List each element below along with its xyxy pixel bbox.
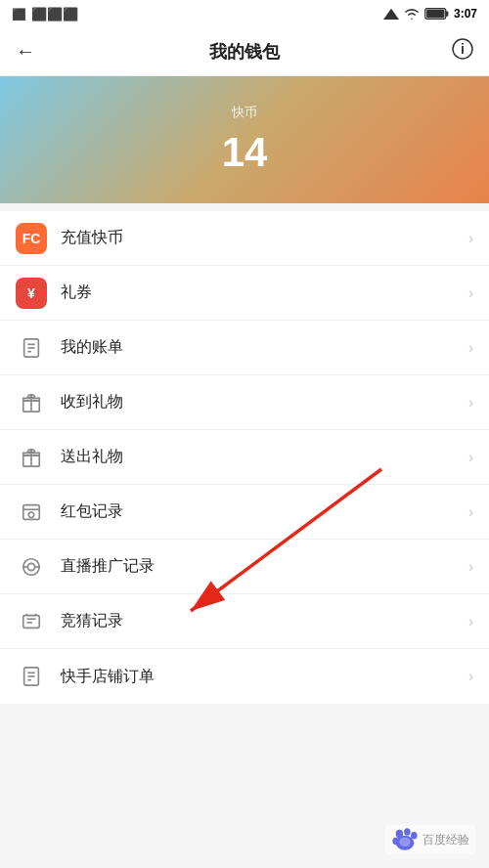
menu-item-live-promo[interactable]: 直播推广记录 ›	[0, 540, 489, 594]
info-icon: i	[452, 38, 473, 60]
live-promo-label: 直播推广记录	[61, 556, 468, 577]
chevron-right-icon: ›	[468, 558, 473, 576]
svg-text:i: i	[461, 41, 465, 57]
chevron-right-icon: ›	[468, 503, 473, 521]
menu-item-shop-order[interactable]: 快手店铺订单 ›	[0, 649, 489, 704]
chevron-right-icon: ›	[468, 668, 473, 685]
svg-rect-4	[426, 10, 444, 18]
wallet-amount: 14	[222, 129, 268, 176]
menu-list: FC 充值快币 › ¥ 礼券 › 我的账单 ›	[0, 211, 489, 704]
wallet-currency-label: 快币	[232, 104, 257, 121]
wifi-icon	[403, 8, 421, 20]
time-display: 3:07	[454, 7, 477, 21]
svg-rect-22	[23, 615, 40, 628]
svg-point-34	[404, 828, 411, 835]
watermark: 百度经验	[385, 825, 475, 854]
back-button[interactable]: ←	[16, 40, 35, 63]
recharge-label: 充值快币	[61, 228, 468, 248]
coupon-icon: ¥	[16, 278, 47, 309]
svg-point-38	[399, 838, 410, 846]
chevron-right-icon: ›	[468, 284, 473, 302]
menu-item-redpacket[interactable]: 红包记录 ›	[0, 485, 489, 540]
bill-label: 我的账单	[61, 337, 468, 358]
shop-order-icon	[16, 661, 47, 692]
baidu-logo-icon	[391, 828, 419, 851]
received-gift-icon	[16, 387, 47, 418]
chevron-right-icon: ›	[468, 449, 473, 466]
svg-point-19	[27, 563, 34, 570]
notification-dot: ⬛⬛⬛	[31, 7, 78, 22]
sent-gift-icon	[16, 442, 47, 473]
shop-order-label: 快手店铺订单	[61, 667, 468, 687]
wallet-banner: 快币 14	[0, 76, 489, 203]
chevron-right-icon: ›	[468, 339, 473, 357]
menu-item-recharge[interactable]: FC 充值快币 ›	[0, 211, 489, 266]
header: ← 我的钱包 i	[0, 27, 489, 76]
watermark-text: 百度经验	[422, 832, 469, 848]
redpacket-label: 红包记录	[61, 501, 468, 522]
coupon-label: 礼券	[61, 282, 468, 303]
info-button[interactable]: i	[452, 38, 473, 65]
svg-rect-3	[446, 11, 449, 16]
svg-marker-1	[383, 9, 399, 20]
sent-gift-label: 送出礼物	[61, 447, 468, 467]
chevron-right-icon: ›	[468, 230, 473, 247]
tiktok-icon: ⬛	[12, 7, 27, 21]
guess-label: 竞猜记录	[61, 611, 468, 631]
svg-point-17	[28, 512, 34, 518]
chevron-right-icon: ›	[468, 394, 473, 412]
bill-icon	[16, 332, 47, 364]
live-promo-icon	[16, 551, 47, 583]
menu-item-received-gift[interactable]: 收到礼物 ›	[0, 375, 489, 430]
signal-icon	[383, 8, 399, 20]
status-bar: ⬛ ⬛⬛⬛ 3:07	[0, 0, 489, 27]
svg-text:⬛: ⬛	[12, 7, 26, 21]
menu-item-bill[interactable]: 我的账单 ›	[0, 321, 489, 375]
battery-icon	[424, 7, 450, 21]
page-title: 我的钱包	[209, 40, 280, 64]
menu-item-coupon[interactable]: ¥ 礼券 ›	[0, 266, 489, 321]
status-left-icons: ⬛ ⬛⬛⬛	[12, 7, 78, 22]
redpacket-icon	[16, 497, 47, 528]
received-gift-label: 收到礼物	[61, 392, 468, 412]
guess-icon	[16, 606, 47, 637]
chevron-right-icon: ›	[468, 613, 473, 630]
menu-item-sent-gift[interactable]: 送出礼物 ›	[0, 430, 489, 485]
menu-item-guess[interactable]: 竞猜记录 ›	[0, 594, 489, 649]
status-right: 3:07	[383, 7, 477, 21]
recharge-icon: FC	[16, 223, 47, 254]
